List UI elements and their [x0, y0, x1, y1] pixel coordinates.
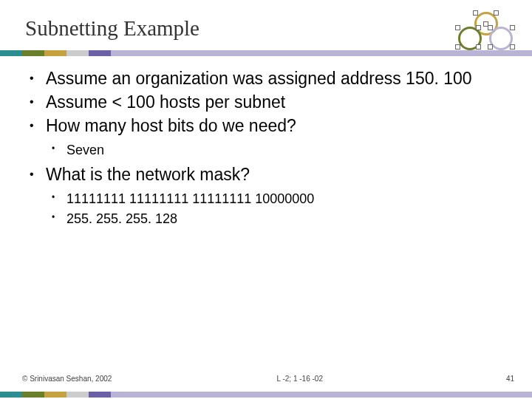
bullet-item: What is the network mask? 11111111 11111… — [28, 164, 511, 228]
bullet-item: Assume an organization was assigned addr… — [28, 68, 511, 89]
sub-bullet-item: 255. 255. 255. 128 — [46, 211, 511, 228]
copyright-text: © Srinivasan Seshan, 2002 — [22, 375, 229, 383]
sub-bullet-list: 11111111 11111111 11111111 10000000 255.… — [46, 191, 511, 228]
page-title: Subnetting Example — [25, 16, 507, 41]
bullet-list: Assume an organization was assigned addr… — [28, 68, 511, 228]
bottom-border-stripe — [0, 392, 532, 399]
bullet-item: Assume < 100 hosts per subnet — [28, 92, 511, 112]
sub-bullet-item: Seven — [46, 142, 511, 159]
footer: © Srinivasan Seshan, 2002 L -2; 1 -16 -0… — [0, 375, 532, 383]
bullet-text: How many host bits do we need? — [46, 116, 296, 135]
content-area: Assume an organization was assigned addr… — [28, 68, 511, 232]
slide-number: 41 — [377, 375, 514, 383]
bullet-item: How many host bits do we need? Seven — [28, 115, 511, 159]
sub-bullet-list: Seven — [46, 142, 511, 159]
sub-bullet-item: 11111111 11111111 11111111 10000000 — [46, 191, 511, 208]
corner-network-icon — [454, 10, 519, 52]
lecture-code: L -2; 1 -16 -02 — [231, 375, 369, 383]
slide: Subnetting Example Assume an organizatio… — [0, 0, 532, 399]
bullet-text: What is the network mask? — [46, 165, 250, 184]
title-divider-stripe — [0, 50, 532, 56]
